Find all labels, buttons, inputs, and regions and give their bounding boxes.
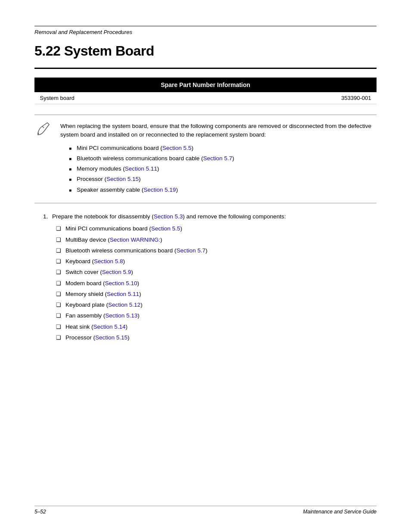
link-section-5-11-note[interactable]: Section 5.11 (125, 165, 157, 172)
link-s5-10-step[interactable]: Section 5.10 (105, 280, 137, 286)
link-s5-11-step[interactable]: Section 5.11 (107, 291, 139, 297)
footer-guide-title: Maintenance and Service Guide (303, 509, 377, 515)
link-s5-9-step[interactable]: Section 5.9 (102, 269, 131, 275)
step-1-item-2: MultiBay device (Section WARNING:) (56, 236, 377, 244)
spare-part-table: Spare Part Number Information System boa… (34, 78, 377, 104)
step-1-item-8: Keyboard plate (Section 5.12) (56, 301, 377, 309)
step-number-1: 1. (43, 213, 48, 220)
title-rule (34, 68, 377, 69)
spare-table-row: System board 353390-001 (35, 92, 377, 104)
note-box: When replacing the system board, ensure … (34, 115, 377, 203)
spare-table-value: 353390-001 (215, 92, 377, 104)
link-s5-8-step[interactable]: Section 5.8 (94, 258, 123, 264)
main-content: 1. Prepare the notebook for disassembly … (34, 212, 377, 342)
step-1-item-7: Memory shield (Section 5.11) (56, 290, 377, 299)
note-icon (34, 120, 56, 140)
step-1: 1. Prepare the notebook for disassembly … (43, 212, 377, 342)
step-1-item-3: Bluetooth wireless communications board … (56, 246, 377, 255)
note-list: Mini PCI communications board (Section 5… (69, 144, 377, 194)
step-1-sub-list: Mini PCI communications board (Section 5… (56, 224, 377, 342)
note-item-5: Speaker assembly cable (Section 5.19) (69, 186, 377, 194)
note-item-1: Mini PCI communications board (Section 5… (69, 144, 377, 152)
section-title-text: System Board (64, 43, 154, 59)
note-item-3: Memory modules (Section 5.11) (69, 165, 377, 173)
link-section-5-19-note[interactable]: Section 5.19 (143, 187, 176, 193)
step-1-item-11: Processor (Section 5.15) (56, 333, 377, 342)
step-1-item-5: Switch cover (Section 5.9) (56, 268, 377, 277)
link-s5-15-step[interactable]: Section 5.15 (95, 334, 128, 341)
page: Removal and Replacement Procedures 5.22 … (0, 0, 411, 532)
breadcrumb: Removal and Replacement Procedures (34, 29, 377, 35)
section-title: 5.22 System Board (34, 43, 377, 59)
step-1-item-4: Keyboard (Section 5.8) (56, 257, 377, 266)
step-1-item-9: Fan assembly (Section 5.13) (56, 311, 377, 320)
step-1-item-1: Mini PCI communications board (Section 5… (56, 224, 377, 233)
link-section-5-3[interactable]: Section 5.3 (154, 213, 183, 220)
link-s5-13-step[interactable]: Section 5.13 (105, 312, 137, 319)
link-section-5-15-note[interactable]: Section 5.15 (106, 176, 139, 182)
step-1-item-10: Heat sink (Section 5.14) (56, 323, 377, 331)
note-content: When replacing the system board, ensure … (60, 122, 377, 196)
link-s5-5-step[interactable]: Section 5.5 (151, 225, 181, 232)
note-item-4: Processor (Section 5.15) (69, 175, 377, 184)
page-footer: 5–52 Maintenance and Service Guide (34, 506, 377, 515)
note-text: When replacing the system board, ensure … (60, 123, 371, 138)
link-section-5-5-note[interactable]: Section 5.5 (162, 145, 192, 151)
note-item-2: Bluetooth wireless communications board … (69, 154, 377, 163)
link-section-5-7-note[interactable]: Section 5.7 (203, 155, 232, 162)
footer-rule (34, 506, 377, 506)
step-1-item-6: Modem board (Section 5.10) (56, 279, 377, 288)
section-number: 5.22 (34, 43, 60, 59)
footer-page-number: 5–52 (34, 509, 46, 515)
spare-table-header: Spare Part Number Information (35, 78, 377, 92)
footer-content: 5–52 Maintenance and Service Guide (34, 509, 377, 515)
link-warning-step[interactable]: Section WARNING: (110, 236, 160, 243)
header-rule (34, 26, 377, 26)
link-s5-7-step[interactable]: Section 5.7 (176, 247, 206, 254)
spare-table-label: System board (35, 92, 215, 104)
link-s5-12-step[interactable]: Section 5.12 (108, 302, 140, 308)
link-s5-14-step[interactable]: Section 5.14 (93, 324, 126, 330)
